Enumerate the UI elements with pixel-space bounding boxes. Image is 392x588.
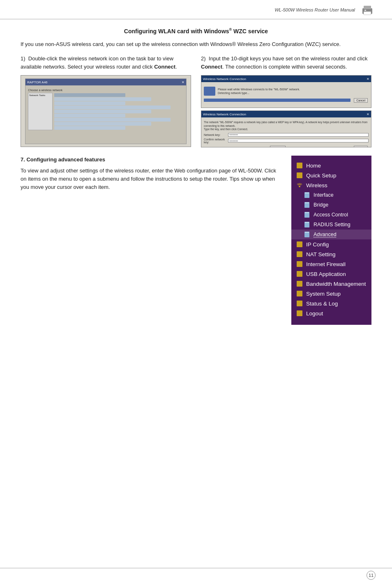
step7-label: 7. Configuring advanced features (21, 156, 281, 164)
nav-item-bandwidth-management[interactable]: Bandwidth Management (291, 279, 371, 289)
nav-item-quick-setup[interactable]: Quick Setup (291, 170, 371, 180)
dialog2-screenshot: Wireless Network Connection ✕ The networ… (201, 110, 371, 147)
nav-item-interface[interactable]: Interface (291, 190, 371, 200)
step1-text: 1) Double-click the wireless network ico… (21, 55, 191, 71)
nav-item-access-control[interactable]: Access Control (291, 210, 371, 220)
step1-screenshot: RAPTOR A46 ✕ Choose a wireless network N… (21, 75, 191, 147)
nav-item-nat-setting[interactable]: NAT Setting (291, 249, 371, 259)
nav-menu: Home Quick Setup Wireless Interface Brid… (291, 156, 371, 325)
svg-rect-2 (364, 11, 371, 15)
step2-screenshots: Wireless Network Connection ✕ Please wai… (201, 75, 371, 147)
nav-item-advanced[interactable]: Advanced (291, 230, 371, 239)
nav-item-radius-setting[interactable]: RADIUS Setting (291, 220, 371, 230)
step7-paragraph: To view and adjust other settings of the… (21, 167, 281, 191)
nav-item-wireless[interactable]: Wireless (291, 180, 371, 190)
step7-text-col: 7. Configuring advanced features To view… (21, 156, 281, 325)
page-footer: 11 (0, 568, 392, 580)
svg-rect-3 (364, 10, 366, 11)
nav-item-usb-application[interactable]: USB Application (291, 269, 371, 279)
nav-item-logout[interactable]: Logout (291, 308, 371, 318)
page-number: 11 (367, 571, 376, 580)
page-header: WL-500W Wireless Router User Manual (0, 0, 392, 19)
nav-item-internet-firewall[interactable]: Internet Firewall (291, 259, 371, 269)
page-content: Configuring WLAN card with Windows® WZC … (0, 19, 392, 341)
step1-col: 1) Double-click the wireless network ico… (21, 55, 191, 147)
steps-two-col: 1) Double-click the wireless network ico… (21, 55, 371, 147)
step2-text: 2) Input the 10-digit keys you have set … (201, 55, 371, 71)
step7-row: 7. Configuring advanced features To view… (21, 156, 371, 325)
intro-paragraph: If you use non-ASUS wireless card, you c… (21, 40, 371, 48)
nav-item-bridge[interactable]: Bridge (291, 200, 371, 210)
step2-col: 2) Input the 10-digit keys you have set … (201, 55, 371, 147)
header-title: WL-500W Wireless Router User Manual (274, 7, 355, 12)
dialog1-screenshot: Wireless Network Connection ✕ Please wai… (201, 75, 371, 108)
nav-item-ip-config[interactable]: IP Config (291, 239, 371, 249)
section-title: Configuring WLAN card with Windows® WZC … (21, 28, 371, 34)
svg-point-4 (299, 186, 300, 187)
printer-icon (359, 3, 376, 16)
nav-item-system-setup[interactable]: System Setup (291, 289, 371, 299)
nav-item-status-log[interactable]: Status & Log (291, 299, 371, 308)
svg-rect-1 (364, 6, 371, 9)
nav-item-home[interactable]: Home (291, 161, 371, 170)
